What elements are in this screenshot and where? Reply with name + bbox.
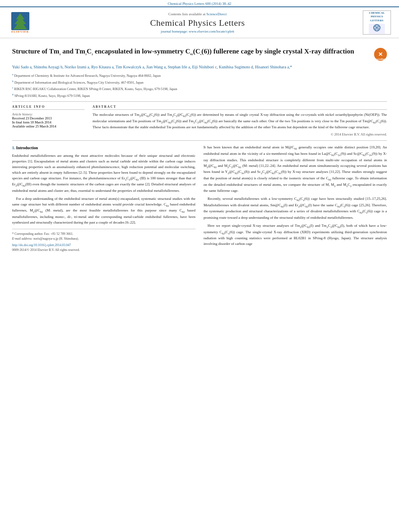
- article-info-panel: ARTICLE INFO Article history: Received 2…: [12, 105, 84, 136]
- intro-para-2: For a deep understanding of the endohedr…: [12, 196, 195, 226]
- info-abstract-row: ARTICLE INFO Article history: Received 2…: [12, 105, 387, 136]
- logo-image: [369, 24, 385, 34]
- svg-rect-2: [19, 26, 22, 29]
- elsevier-tree-icon: [11, 12, 29, 30]
- journal-homepage-line: journal homepage: www.elsevier.com/locat…: [36, 29, 359, 33]
- divider-2: [12, 140, 387, 141]
- affiliation-b: b Department of Information and Biologic…: [12, 79, 387, 85]
- divider-1: [12, 101, 387, 102]
- affiliations-block: a Department of Chemistry & Institute fo…: [12, 72, 387, 98]
- issn-line: 0009-2614/© 2014 Elsevier B.V. All right…: [12, 248, 195, 253]
- elsevier-logo: ELSEVIER: [8, 12, 32, 33]
- journal-header-center: Contents lists available at ScienceDirec…: [36, 12, 359, 33]
- email-note: E-mail address: noris@nagoya-u.jp (H. Sh…: [12, 236, 195, 241]
- sciencedirect-link[interactable]: ScienceDirect: [206, 12, 226, 16]
- logo-line-2: PHYSICS: [371, 15, 383, 18]
- contents-available: Contents lists available at ScienceDirec…: [36, 12, 359, 16]
- svg-text:CrossMark: CrossMark: [375, 58, 386, 60]
- journal-issue-ref: Chemical Physics Letters 600 (2014) 38–4…: [168, 2, 231, 6]
- footnote-block: * Corresponding author. Fax: +81 52 789 …: [12, 229, 195, 253]
- email-label: E-mail address:: [12, 237, 33, 240]
- abstract-text: The molecular structures of Tm2@C82(Cs(6…: [93, 112, 387, 130]
- journal-title-display: Chemical Physics Letters: [36, 18, 359, 28]
- journal-header: ELSEVIER Contents lists available at Sci…: [0, 6, 399, 38]
- right-para-3: Here we report single-crystal X-ray stru…: [204, 223, 387, 247]
- top-bar: Chemical Physics Letters 600 (2014) 38–4…: [0, 0, 399, 6]
- intro-para-1: Endohedral metallofullerenes are among t…: [12, 153, 195, 194]
- intro-section-title: 1. Introduction: [12, 145, 195, 151]
- svg-rect-3: [369, 24, 385, 34]
- crossmark-badge: ✕ CrossMark: [374, 48, 387, 61]
- body-left-col: 1. Introduction Endohedral metallofuller…: [12, 145, 195, 253]
- received-date: Received 23 December 2013: [12, 116, 51, 120]
- authors-line: Yuki Sado a, Shinobu Aoyagi b, Noriko Iz…: [12, 64, 387, 70]
- right-para-2: Recently, several metallofullerenes with…: [204, 196, 387, 221]
- main-content: Structure of Tm2 and Tm2C2 encapsulated …: [0, 38, 399, 257]
- abstract-panel: ABSTRACT The molecular structures of Tm2…: [93, 105, 387, 136]
- article-history: Article history: Received 23 December 20…: [12, 112, 84, 128]
- available-date: Available online 25 March 2014: [12, 124, 56, 128]
- logo-line-1: CHEMICAL: [369, 11, 385, 15]
- body-right-col: It has been known that an endohedral met…: [204, 145, 387, 253]
- journal-logo-box: CHEMICAL PHYSICS LETTERS: [363, 10, 391, 35]
- affiliation-c: c RIKEN RSC-RIGAKU Collaboration Center,…: [12, 86, 387, 92]
- section-number: 1.: [12, 146, 15, 150]
- abstract-title: ABSTRACT: [93, 105, 387, 110]
- copyright-line: © 2014 Elsevier B.V. All rights reserved…: [93, 132, 387, 136]
- right-para-1: It has been known that an endohedral met…: [204, 145, 387, 194]
- article-title-text: Structure of Tm2 and Tm2C2 encapsulated …: [12, 47, 371, 57]
- svg-point-7: [376, 27, 378, 29]
- final-form-date: In final form 18 March 2014: [12, 120, 51, 124]
- body-columns: 1. Introduction Endohedral metallofuller…: [12, 145, 387, 253]
- logo-line-3: LETTERS: [370, 19, 383, 23]
- doi-link[interactable]: http://dx.doi.org/10.1016/j.cplett.2014.…: [12, 243, 195, 248]
- article-info-title: ARTICLE INFO: [12, 105, 84, 110]
- affiliation-a: a Department of Chemistry & Institute fo…: [12, 72, 387, 78]
- svg-text:✕: ✕: [378, 51, 383, 58]
- email-address: noris@nagoya-u.jp (H. Shinohara).: [33, 237, 79, 240]
- affiliation-d: d SPring-8/JASRI, Kouto, Sayo, Hyogo 679…: [12, 92, 387, 99]
- history-label: Article history:: [12, 112, 33, 116]
- article-title-block: Structure of Tm2 and Tm2C2 encapsulated …: [12, 47, 387, 61]
- homepage-link[interactable]: journal homepage: www.elsevier.com/locat…: [161, 29, 234, 33]
- elsevier-wordmark: ELSEVIER: [11, 30, 29, 33]
- corresponding-note: * Corresponding author. Fax: +81 52 789 …: [12, 232, 195, 236]
